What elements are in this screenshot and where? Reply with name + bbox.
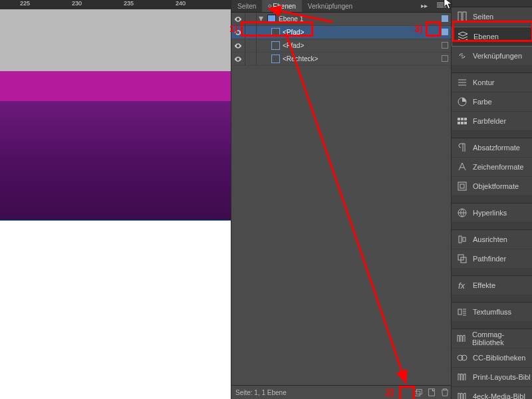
- rail-item-ausrichten[interactable]: Ausrichten: [452, 230, 532, 249]
- layer-label[interactable]: <Rechteck>: [283, 55, 438, 63]
- svg-rect-16: [463, 237, 466, 241]
- stroke-icon: [456, 76, 469, 88]
- svg-rect-3: [458, 12, 462, 21]
- ruler-tick: 235: [124, 0, 134, 7]
- svg-rect-4: [463, 12, 466, 21]
- svg-rect-15: [459, 236, 462, 243]
- svg-rect-11: [464, 122, 467, 124]
- textwrap-icon: [456, 306, 469, 318]
- object-swatch: [271, 41, 280, 50]
- library-icon: [456, 390, 469, 399]
- selection-indicator[interactable]: [438, 42, 452, 50]
- tab-verknuepfungen[interactable]: Verknüpfungen: [302, 0, 358, 12]
- layer-label[interactable]: <Pfad>: [283, 42, 438, 49]
- layer-label[interactable]: <Pfad>: [283, 29, 438, 36]
- pages-icon: [456, 11, 469, 23]
- right-panel-rail: Seiten Ebenen Verknüpfungen Kontur Farbe…: [451, 0, 532, 399]
- color-swatch: [267, 15, 276, 23]
- svg-rect-1: [416, 390, 422, 394]
- character-styles-icon: [456, 161, 469, 173]
- selection-indicator[interactable]: [438, 15, 452, 23]
- rail-item-textumfluss[interactable]: Textumfluss: [452, 303, 532, 322]
- delete-layer-icon[interactable]: [438, 386, 452, 399]
- svg-rect-10: [461, 122, 464, 124]
- new-sublayer-icon[interactable]: [412, 386, 425, 399]
- layer-row-pfad-selected[interactable]: <Pfad>: [231, 26, 452, 39]
- links-icon: [456, 50, 469, 62]
- rail-item-seiten[interactable]: Seiten: [452, 7, 532, 27]
- library-icon: [456, 371, 469, 383]
- object-swatch: [271, 55, 280, 63]
- rail-item-kontur[interactable]: Kontur: [452, 73, 532, 92]
- rail-item-objektformate[interactable]: Objektformate: [452, 177, 532, 196]
- svg-rect-8: [464, 118, 467, 120]
- purple-gradient-block[interactable]: [0, 101, 231, 220]
- visibility-icon[interactable]: [231, 53, 245, 65]
- layer-row-pfad[interactable]: <Pfad>: [231, 39, 452, 53]
- disclosure-triangle-icon[interactable]: [257, 13, 265, 25]
- magenta-strip[interactable]: [0, 71, 231, 101]
- rail-item-pathfinder[interactable]: Pathfinder: [452, 249, 532, 269]
- object-styles-icon: [456, 180, 469, 192]
- collapse-icon[interactable]: ▸▸: [421, 2, 428, 9]
- layers-icon: [456, 31, 469, 43]
- panel-tabs: Seiten ◇Ebenen Verknüpfungen ▸▸: [231, 0, 452, 13]
- ruler-tick: 225: [20, 0, 30, 7]
- rail-item-effekte[interactable]: fxEffekte: [452, 276, 532, 295]
- rail-item-hyperlinks[interactable]: Hyperlinks: [452, 203, 532, 223]
- layer-row-rechteck[interactable]: <Rechteck>: [231, 53, 452, 66]
- lock-slot[interactable]: [245, 26, 257, 39]
- lock-slot[interactable]: [245, 53, 257, 65]
- svg-text:fx: fx: [458, 281, 466, 291]
- hyperlinks-icon: [456, 207, 469, 219]
- mouse-cursor-icon: [444, 0, 454, 11]
- visibility-icon[interactable]: [231, 39, 245, 52]
- svg-rect-13: [460, 184, 464, 188]
- library-icon: [456, 332, 468, 344]
- new-layer-icon[interactable]: [425, 386, 438, 399]
- ruler-tick: 230: [72, 0, 82, 7]
- rail-item-farbe[interactable]: Farbe: [452, 92, 532, 112]
- svg-rect-7: [461, 118, 464, 120]
- selection-indicator[interactable]: [438, 29, 452, 37]
- svg-rect-9: [458, 122, 460, 124]
- tab-ebenen[interactable]: ◇Ebenen: [262, 0, 301, 12]
- rail-item-verknuepfungen[interactable]: Verknüpfungen: [452, 47, 532, 66]
- horizontal-ruler: 225 230 235 240: [0, 0, 231, 10]
- status-text: Seite: 1, 1 Ebene: [235, 389, 412, 396]
- visibility-icon[interactable]: [231, 13, 245, 25]
- layer-row-ebene1[interactable]: Ebene 1: [231, 13, 452, 26]
- layers-panel: Seiten ◇Ebenen Verknüpfungen ▸▸ Ebene 1 …: [231, 0, 452, 399]
- lock-slot[interactable]: [245, 13, 257, 25]
- svg-rect-0: [415, 391, 420, 396]
- rail-item-farbfelder[interactable]: Farbfelder: [452, 112, 532, 131]
- rail-item-cc[interactable]: CC-Bibliotheken: [452, 348, 532, 368]
- document-canvas[interactable]: [0, 9, 231, 399]
- ruler-tick: 240: [176, 0, 186, 7]
- rail-item-ebenen[interactable]: Ebenen: [452, 27, 532, 47]
- selection-indicator[interactable]: [438, 55, 452, 63]
- visibility-icon[interactable]: [231, 26, 245, 39]
- swatches-icon: [456, 115, 469, 127]
- effects-icon: fx: [456, 279, 469, 291]
- rail-item-4eck[interactable]: 4eck-Media-Bibl: [452, 387, 532, 399]
- rail-item-print[interactable]: Print-Layouts-Bibl: [452, 368, 532, 387]
- divider-line: [0, 220, 231, 221]
- svg-rect-2: [429, 389, 435, 396]
- svg-point-22: [462, 355, 467, 360]
- color-icon: [456, 96, 469, 108]
- svg-rect-20: [458, 309, 462, 315]
- svg-rect-12: [458, 182, 466, 190]
- layer-label[interactable]: Ebene 1: [279, 15, 438, 23]
- rail-item-absatzformate[interactable]: Absatzformate: [452, 138, 532, 158]
- paragraph-styles-icon: [456, 142, 469, 154]
- pathfinder-icon: [456, 253, 469, 265]
- rail-topbar: [452, 0, 532, 7]
- rail-item-commag[interactable]: Commag-Bibliothek: [452, 329, 532, 348]
- lock-slot[interactable]: [245, 39, 257, 52]
- rail-item-zeichenformate[interactable]: Zeichenformate: [452, 158, 532, 177]
- tab-seiten[interactable]: Seiten: [231, 0, 262, 12]
- cc-libraries-icon: [456, 352, 469, 364]
- layer-list: Ebene 1 <Pfad> <Pfad> <Rechteck>: [231, 13, 452, 66]
- layers-status-bar: Seite: 1, 1 Ebene: [231, 385, 452, 399]
